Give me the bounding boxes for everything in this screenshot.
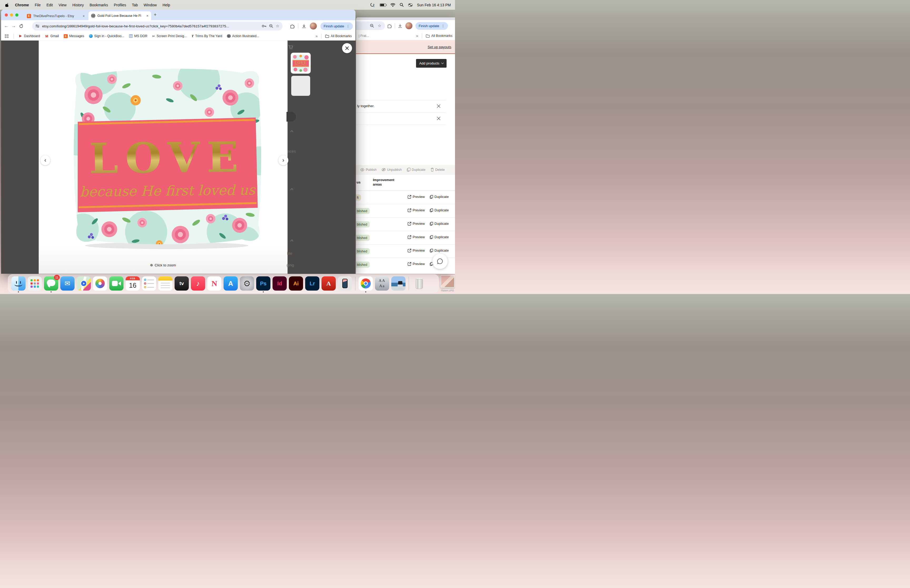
bookmark-gmail[interactable]: MGmail	[45, 34, 59, 38]
menu-help[interactable]: Help	[162, 3, 170, 7]
dock-mail[interactable]: ✉	[60, 276, 74, 291]
menu-app-name[interactable]: Chrome	[15, 3, 29, 7]
all-bookmarks-folder[interactable]: All Bookmarks	[325, 34, 352, 38]
dock-calendar[interactable]: FEB16	[126, 276, 140, 291]
battery-icon[interactable]	[380, 3, 386, 6]
menu-bookmarks[interactable]: Bookmarks	[89, 3, 108, 7]
menu-history[interactable]: History	[73, 3, 84, 7]
dock-chrome[interactable]	[359, 276, 373, 291]
menu-file[interactable]: File	[35, 3, 41, 7]
minimize-window-button[interactable]	[10, 13, 13, 16]
omnibox-url-bar[interactable]: etsy.com/listing/1666194949/gold-foil-lo…	[32, 22, 283, 31]
wifi-icon[interactable]	[391, 3, 395, 7]
preview-link[interactable]: Preview	[407, 235, 425, 239]
dock-launchpad[interactable]	[27, 276, 42, 291]
bookmark-star-icon[interactable]: ☆	[378, 23, 381, 28]
profile-avatar[interactable]	[310, 23, 317, 30]
downloads-icon[interactable]	[398, 24, 402, 28]
unpublish-button[interactable]: Unpublish	[381, 168, 402, 171]
browser-menu-kebab-icon[interactable]: ⋮	[441, 24, 445, 28]
back-button[interactable]: ←	[3, 23, 10, 29]
browser-menu-kebab-icon[interactable]: ⋮	[346, 24, 350, 28]
menu-tab[interactable]: Tab	[132, 3, 138, 7]
thumbnail-pillow-back[interactable]	[291, 76, 310, 96]
duplicate-link[interactable]: Duplicate	[430, 221, 449, 226]
bookmark-trims-by-the-yard[interactable]: TTrims By The Yard	[191, 34, 222, 38]
apps-grid-icon[interactable]	[5, 34, 9, 38]
finish-update-button[interactable]: Finish update ⋮	[415, 22, 448, 30]
apple-logo-icon[interactable]	[5, 3, 9, 7]
menu-edit[interactable]: Edit	[46, 3, 53, 7]
duplicate-link[interactable]: Duplicate	[430, 195, 449, 199]
dock-app-store[interactable]: A	[223, 276, 238, 291]
dock-messages[interactable]: 11	[44, 276, 58, 291]
downloads-icon[interactable]	[302, 24, 306, 28]
bookmarks-overflow-icon[interactable]: »	[315, 34, 318, 38]
dock-trash[interactable]	[412, 276, 426, 291]
back-browser-window[interactable]: ☆ Finish update ⋮ | Frat... »	[356, 17, 455, 274]
previous-image-button[interactable]: ‹	[40, 155, 50, 165]
zoom-out-icon[interactable]	[269, 24, 273, 28]
duplicate-link[interactable]: Duplicate	[430, 249, 449, 252]
dock-facetime[interactable]	[109, 276, 123, 291]
dock-photos[interactable]	[93, 276, 107, 291]
reload-button[interactable]	[18, 24, 25, 28]
menu-window[interactable]: Window	[144, 3, 157, 7]
control-center-icon[interactable]	[408, 3, 412, 6]
dock-music[interactable]: ♪	[191, 276, 205, 291]
desktop-file-rmk-jpg[interactable]: R&MK.JPG	[440, 275, 455, 291]
dock-indesign[interactable]: Id	[273, 276, 287, 291]
add-products-button[interactable]: Add products	[416, 59, 446, 68]
spotlight-search-icon[interactable]	[400, 3, 404, 7]
profile-avatar[interactable]	[405, 22, 412, 29]
preview-link[interactable]: Preview	[407, 221, 425, 226]
bookmark-star-icon[interactable]: ☆	[276, 24, 280, 28]
bookmark-messages[interactable]: EMessages	[64, 34, 84, 38]
duplicate-link[interactable]: Duplicate	[430, 235, 449, 239]
back-omnibox-fragment[interactable]: ☆	[356, 21, 385, 30]
url-text[interactable]: etsy.com/listing/1666194949/gold-foil-lo…	[42, 24, 259, 28]
menu-profiles[interactable]: Profiles	[114, 3, 126, 7]
dock-finder[interactable]	[11, 276, 26, 291]
dock-illustrator[interactable]: Ai	[289, 276, 303, 291]
dock-lightroom[interactable]: Lr	[305, 276, 319, 291]
publish-button[interactable]: Publish	[360, 168, 377, 171]
all-bookmarks-folder[interactable]: All Bookmarks	[426, 34, 453, 38]
dock-media-folder-stack[interactable]	[391, 276, 406, 291]
menu-view[interactable]: View	[59, 3, 66, 7]
dock-maps[interactable]: ➤	[77, 276, 91, 291]
close-lightbox-button[interactable]	[342, 43, 352, 53]
lightbox-overlay[interactable]: LOVE because He first loved us ‹ › ⊕ Cli…	[1, 40, 356, 274]
dock-notes[interactable]	[158, 276, 173, 291]
pillow-product-photo[interactable]: LOVE because He first loved us	[67, 61, 267, 250]
dock-iphone-mirroring[interactable]	[338, 276, 352, 291]
password-key-icon[interactable]	[262, 24, 267, 27]
bookmarks-overflow-icon[interactable]: »	[416, 34, 418, 38]
bookmark-dashboard[interactable]: Dashboard	[18, 34, 40, 38]
new-tab-button[interactable]: +	[154, 12, 157, 18]
delete-button[interactable]: Delete	[430, 168, 445, 171]
dismiss-notification-icon[interactable]	[436, 104, 441, 108]
chat-help-button[interactable]	[432, 254, 448, 269]
forward-button[interactable]: →	[10, 23, 18, 29]
click-to-zoom[interactable]: ⊕ Click to zoom	[133, 263, 193, 267]
menu-bar-clock[interactable]: Sun Feb 16 4:13 PM	[417, 3, 451, 7]
tab-gold-foil-listing[interactable]: Gold Foil Love Because He Fi ×	[89, 11, 151, 20]
site-settings-icon[interactable]	[35, 24, 39, 28]
dismiss-notification-icon[interactable]	[436, 116, 441, 121]
dock-font-book[interactable]: AAAa	[375, 276, 389, 291]
extensions-puzzle-icon[interactable]	[387, 23, 392, 28]
preview-link[interactable]: Preview	[407, 208, 425, 212]
creative-cloud-sync-icon[interactable]	[370, 3, 375, 7]
next-image-button[interactable]: ›	[278, 155, 288, 165]
preview-link[interactable]: Preview	[407, 249, 425, 252]
bookmark-fragment[interactable]: | Frat...	[359, 34, 369, 38]
dock-reminders[interactable]	[142, 276, 156, 291]
duplicate-link[interactable]: Duplicate	[430, 208, 449, 212]
set-up-payouts-link[interactable]: Set up payouts	[428, 45, 451, 49]
dock-news[interactable]: N	[207, 276, 221, 291]
zoom-out-icon[interactable]	[370, 24, 374, 28]
finish-update-button[interactable]: Finish update ⋮	[320, 23, 353, 30]
dock-system-settings[interactable]: ⚙	[240, 276, 254, 291]
tab-olivepress[interactable]: E TheOlivePressTupelo - Etsy ×	[24, 11, 87, 20]
